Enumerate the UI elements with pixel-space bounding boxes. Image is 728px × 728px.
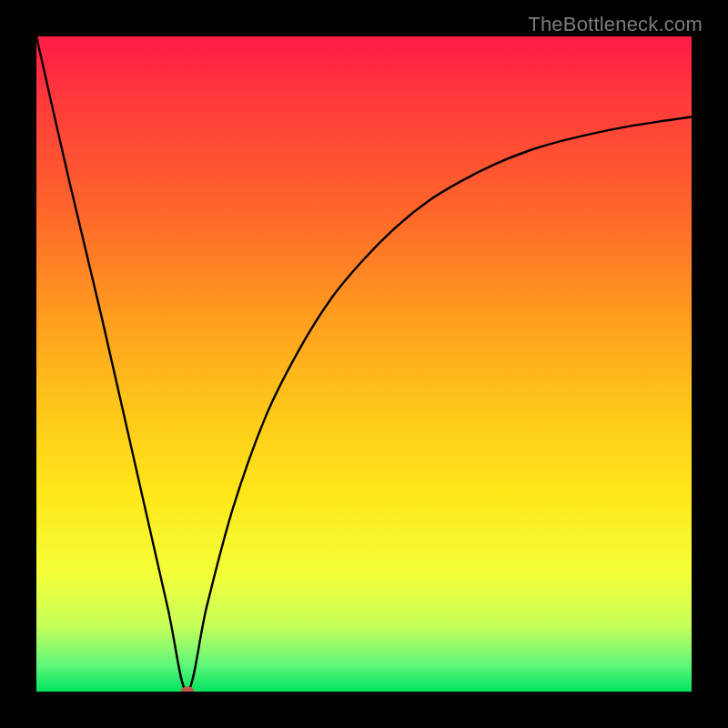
watermark-text: TheBottleneck.com	[528, 13, 703, 36]
bottleneck-curve	[36, 36, 692, 692]
plot-area	[36, 36, 692, 692]
curve-layer	[36, 36, 692, 692]
minimum-marker	[181, 687, 194, 693]
chart-frame: TheBottleneck.com	[0, 0, 728, 728]
